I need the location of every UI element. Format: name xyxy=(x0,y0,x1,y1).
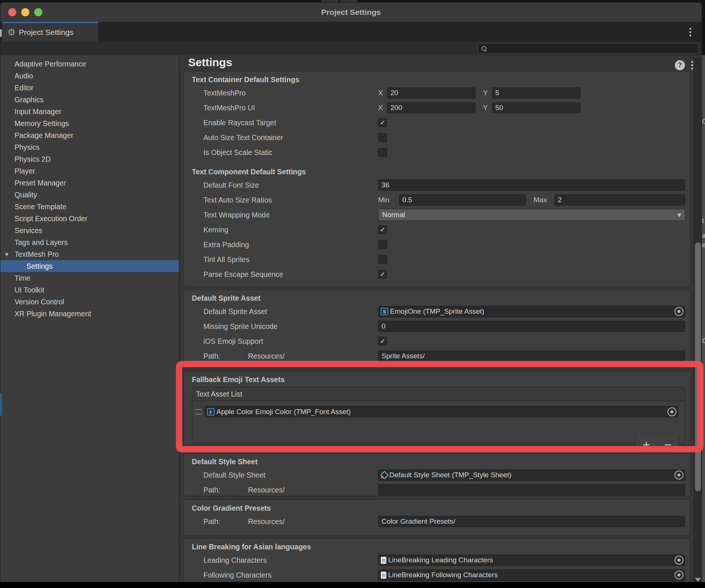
row-is-object-scale-static: Is Object Scale Static xyxy=(192,145,685,160)
auto-size-min-input[interactable] xyxy=(399,194,526,206)
sidebar-item-physics[interactable]: Physics xyxy=(0,141,179,153)
sidebar-item-services[interactable]: Services xyxy=(0,224,179,236)
sidebar-item-scene-template[interactable]: Scene Template xyxy=(0,201,179,213)
sidebar-item-memory-settings[interactable]: Memory Settings xyxy=(0,117,179,129)
y-axis-label: Y xyxy=(483,89,492,97)
sprite-asset-path-input[interactable] xyxy=(378,350,685,362)
scrollbar-thumb[interactable] xyxy=(695,242,701,491)
sidebar-item-graphics[interactable]: Graphics xyxy=(0,94,179,106)
page-title: Settings xyxy=(188,56,232,69)
scrollbar-down-arrow-icon[interactable] xyxy=(695,578,701,582)
field-label: Default Sprite Asset xyxy=(203,307,378,316)
row-text-wrapping-mode: Text Wrapping Mode Normal ▼ xyxy=(192,207,685,222)
tab-project-settings[interactable]: ⚙ Project Settings xyxy=(2,22,98,42)
search-box[interactable] xyxy=(478,43,699,54)
sidebar-item-quality[interactable]: Quality xyxy=(0,189,179,201)
textmeshpro-y-input[interactable] xyxy=(492,87,580,98)
project-settings-window: Project Settings ⚙ Project Settings Adap… xyxy=(0,2,702,588)
textmeshpro-ui-x-input[interactable] xyxy=(387,102,476,113)
vertical-scrollbar[interactable] xyxy=(693,58,702,587)
text-asset-list-header[interactable]: Text Asset List xyxy=(192,387,685,401)
background-window-sliver: C t a e C xyxy=(702,55,705,582)
tint-all-sprites-checkbox[interactable] xyxy=(378,255,387,264)
default-style-sheet-object-field[interactable]: Default Style Sheet (TMP_Style Sheet) xyxy=(378,469,685,481)
row-gradient-path: Path: Resources/ xyxy=(192,514,685,529)
search-icon xyxy=(481,46,487,52)
sidebar-item-editor[interactable]: Editor xyxy=(0,82,179,94)
sidebar-item-version-control[interactable]: Version Control xyxy=(0,296,179,308)
add-item-button[interactable]: + xyxy=(642,439,651,449)
section-title: Default Style Sheet xyxy=(192,456,685,468)
fallback-font-asset-object-field[interactable]: F Apple Color Emoji Color (TMP_Font Asse… xyxy=(205,406,678,417)
auto-size-max-input[interactable] xyxy=(554,194,685,206)
sidebar-item-package-manager[interactable]: Package Manager xyxy=(0,129,179,141)
row-default-font-size: Default Font Size xyxy=(192,178,685,193)
gradient-presets-path-input[interactable] xyxy=(378,516,685,527)
section-line-breaking: Line Breaking for Asian languages Leadin… xyxy=(183,538,690,588)
search-input[interactable] xyxy=(489,45,695,53)
extra-padding-checkbox[interactable] xyxy=(378,240,387,249)
field-label: iOS Emoji Support xyxy=(203,337,378,346)
tab-bar-kebab-menu-icon[interactable] xyxy=(689,28,691,36)
row-text-auto-size-ratios: Text Auto Size Ratios Min Max xyxy=(192,193,685,207)
field-label: Missing Sprite Unicode xyxy=(203,322,378,331)
textmeshpro-ui-y-input[interactable] xyxy=(492,102,580,113)
field-label: Following Characters xyxy=(203,571,378,579)
object-picker-icon[interactable] xyxy=(675,471,683,479)
sidebar-item-script-execution-order[interactable]: Script Execution Order xyxy=(0,213,179,224)
object-field-value: Default Style Sheet (TMP_Style Sheet) xyxy=(389,471,673,479)
field-label: Enable Raycast Target xyxy=(203,119,378,127)
drag-handle-icon[interactable] xyxy=(195,409,202,414)
section-default-sprite-asset: Default Sprite Asset Default Sprite Asse… xyxy=(183,290,690,368)
object-scale-static-checkbox[interactable] xyxy=(378,148,387,157)
sidebar-item-textmesh-pro[interactable]: ▼TextMesh Pro xyxy=(0,248,179,260)
textmeshpro-x-input[interactable] xyxy=(387,87,476,98)
leading-characters-object-field[interactable]: LineBreaking Leading Characters xyxy=(378,555,685,566)
sidebar-item-adaptive-performance[interactable]: Adaptive Performance xyxy=(0,58,179,70)
style-sheet-asset-icon xyxy=(381,472,387,478)
section-title: Default Sprite Asset xyxy=(192,292,685,304)
sidebar-item-ui-toolkit[interactable]: UI Toolkit xyxy=(0,284,179,296)
x-axis-label: X xyxy=(378,104,387,112)
kerning-checkbox[interactable] xyxy=(378,225,387,234)
sidebar-item-settings-selected[interactable]: Settings xyxy=(0,260,179,272)
sidebar-item-input-manager[interactable]: Input Manager xyxy=(0,106,179,117)
ios-emoji-support-checkbox[interactable] xyxy=(378,337,387,346)
toolbar xyxy=(0,42,702,56)
font-asset-icon: F xyxy=(207,408,215,416)
x-axis-label: X xyxy=(378,89,387,97)
object-picker-icon[interactable] xyxy=(667,407,676,416)
sidebar-item-xr-plugin-management[interactable]: XR Plugin Management xyxy=(0,308,179,320)
row-missing-sprite-unicode: Missing Sprite Unicode xyxy=(192,319,685,334)
text-wrapping-mode-dropdown[interactable]: Normal ▼ xyxy=(378,209,685,221)
default-sprite-asset-object-field[interactable]: S EmojiOne (TMP_Sprite Asset) xyxy=(378,306,685,317)
section-title: Line Breaking for Asian languages xyxy=(192,541,685,553)
sidebar-item-player[interactable]: Player xyxy=(0,165,179,177)
object-picker-icon[interactable] xyxy=(675,307,683,316)
enable-raycast-checkbox[interactable] xyxy=(378,118,387,127)
disclosure-triangle-icon[interactable]: ▼ xyxy=(5,252,9,257)
object-picker-icon[interactable] xyxy=(675,571,683,579)
parse-escape-checkbox[interactable] xyxy=(378,270,387,279)
sidebar-item-tags-and-layers[interactable]: Tags and Layers xyxy=(0,236,179,248)
help-icon[interactable]: ? xyxy=(675,60,685,70)
sidebar-item-preset-manager[interactable]: Preset Manager xyxy=(0,177,179,189)
style-sheet-path-input[interactable] xyxy=(378,484,685,495)
default-font-size-input[interactable] xyxy=(378,180,685,191)
field-label: Leading Characters xyxy=(203,556,378,565)
row-kerning: Kerning xyxy=(192,222,685,237)
field-label: Is Object Scale Static xyxy=(203,148,378,157)
missing-sprite-unicode-input[interactable] xyxy=(378,321,685,332)
remove-item-button[interactable]: − xyxy=(664,439,672,449)
sidebar-item-audio[interactable]: Audio xyxy=(0,70,179,82)
text-asset-list-item[interactable]: F Apple Color Emoji Color (TMP_Font Asse… xyxy=(192,401,685,420)
following-characters-object-field[interactable]: LineBreaking Following Characters xyxy=(378,569,685,581)
panel-kebab-menu-icon[interactable] xyxy=(691,61,693,70)
sidebar-item-physics-2d[interactable]: Physics 2D xyxy=(0,153,179,165)
text-asset-icon xyxy=(381,557,386,564)
object-picker-icon[interactable] xyxy=(675,556,683,565)
max-label: Max xyxy=(534,196,554,204)
sidebar-item-time[interactable]: Time xyxy=(0,272,179,284)
title-bar[interactable]: Project Settings xyxy=(0,3,702,22)
auto-size-checkbox[interactable] xyxy=(378,133,387,142)
